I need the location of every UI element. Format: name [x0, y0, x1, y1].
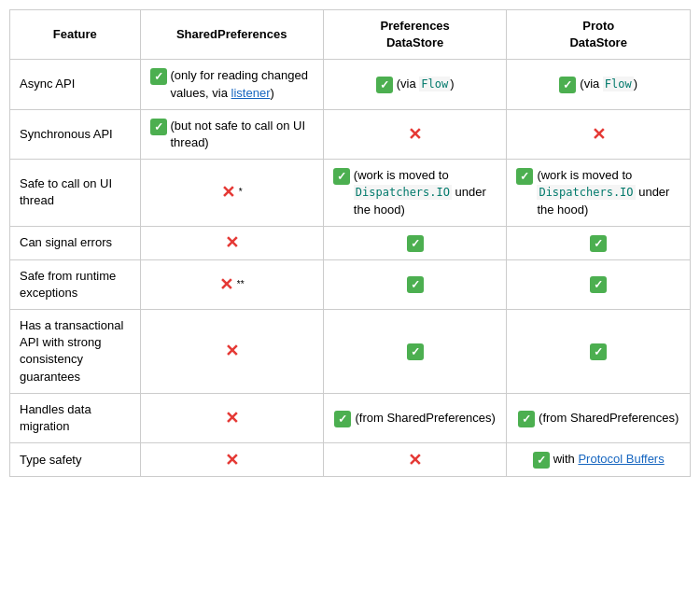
cross-cell: ✕ [516, 126, 680, 143]
table-cell [507, 226, 691, 259]
cell-text: (via Flow) [397, 76, 455, 92]
cell-text: with Protocol Buffers [553, 451, 665, 468]
check-icon [407, 276, 424, 293]
header-shared-preferences: SharedPreferences [140, 10, 323, 60]
table-row: Async API(only for reading changed value… [10, 60, 691, 109]
check-icon [518, 411, 535, 427]
inline-code: Flow [419, 77, 450, 91]
check-icon [590, 235, 607, 252]
table-cell: (only for reading changed values, via li… [140, 60, 323, 109]
feature-cell: Synchronous API [10, 109, 141, 159]
table-cell: (via Flow) [323, 60, 507, 109]
check-icon [150, 119, 167, 135]
table-cell [323, 226, 507, 259]
cross-cell: ✕ [333, 452, 497, 469]
cell-text: (via Flow) [580, 76, 637, 92]
cross-icon: ✕ [225, 452, 239, 469]
comparison-table: Feature SharedPreferences PreferencesDat… [9, 9, 691, 477]
table-cell [323, 310, 507, 394]
header-proto-datastore: ProtoDataStore [507, 10, 691, 60]
cross-icon: ✕ [225, 410, 239, 427]
table-cell [507, 310, 691, 394]
check-icon [334, 411, 351, 427]
check-text-cell: (via Flow) [333, 76, 497, 93]
header-feature: Feature [10, 10, 141, 60]
check-icon [150, 68, 167, 85]
table-cell: ✕ [140, 226, 323, 259]
check-cell [333, 234, 497, 252]
table-cell [323, 259, 507, 309]
feature-cell: Async API [10, 60, 141, 109]
cross-cell: ✕ [150, 410, 314, 427]
table-row: Handles data migration✕(from SharedPrefe… [10, 393, 691, 442]
check-cell [516, 234, 680, 252]
check-icon [333, 168, 350, 185]
check-text-cell: (from SharedPreferences) [516, 410, 680, 427]
cross-icon: ✕ [408, 452, 422, 469]
cell-text: (work is moved to Dispatchers.IO under t… [537, 167, 680, 218]
cell-text: (only for reading changed values, via li… [171, 67, 314, 101]
table-cell: (work is moved to Dispatchers.IO under t… [323, 160, 507, 227]
cross-icon: ✕ [221, 184, 235, 201]
cross-sup-cell: ✕* [150, 184, 314, 201]
table-row: Can signal errors✕ [10, 226, 691, 259]
feature-cell: Can signal errors [10, 226, 141, 259]
feature-cell: Safe to call on UI thread [10, 160, 141, 227]
check-cell [516, 343, 680, 360]
cell-text: (from SharedPreferences) [355, 410, 495, 427]
cross-icon: ✕ [225, 234, 239, 251]
inline-code: Dispatchers.IO [354, 185, 452, 200]
table-row: Has a transactional API with strong cons… [10, 310, 691, 394]
table-cell: (from SharedPreferences) [323, 393, 507, 442]
header-preferences-datastore: PreferencesDataStore [323, 10, 507, 60]
footnote-marker: ** [237, 278, 245, 291]
table-cell [507, 259, 691, 309]
cross-cell: ✕ [150, 343, 314, 359]
cross-cell: ✕ [150, 452, 314, 469]
table-cell: with Protocol Buffers [507, 443, 691, 477]
check-cell [333, 343, 497, 360]
table-cell: ✕ [140, 310, 323, 394]
inline-code: Flow [603, 77, 634, 91]
table-cell: ✕ [323, 109, 507, 159]
check-text-cell: (only for reading changed values, via li… [150, 67, 314, 101]
table-cell: (from SharedPreferences) [507, 393, 691, 442]
check-icon [590, 343, 607, 360]
table-cell: ✕ [140, 443, 323, 477]
table-row: Safe to call on UI thread✕*(work is move… [10, 160, 691, 227]
check-text-cell: (via Flow) [516, 76, 680, 93]
feature-cell: Has a transactional API with strong cons… [10, 310, 141, 394]
cell-link[interactable]: listener [231, 86, 271, 100]
check-icon [590, 276, 607, 293]
inline-code: Dispatchers.IO [537, 185, 635, 200]
cross-icon: ✕ [225, 343, 239, 359]
table-cell: (but not safe to call on UI thread) [140, 109, 323, 159]
feature-cell: Handles data migration [10, 393, 141, 442]
cell-text: (from SharedPreferences) [539, 410, 679, 427]
table-cell: ✕ [323, 443, 507, 477]
check-icon [516, 168, 533, 185]
check-text-cell: (but not safe to call on UI thread) [150, 118, 314, 151]
check-icon [559, 77, 576, 93]
check-cell [333, 275, 497, 293]
table-cell: ✕** [140, 259, 323, 309]
check-icon [376, 77, 393, 93]
cross-icon: ✕ [592, 126, 606, 143]
table-cell: ✕ [140, 393, 323, 442]
table-row: Safe from runtime exceptions✕** [10, 259, 691, 309]
check-text-cell: (work is moved to Dispatchers.IO under t… [516, 167, 680, 218]
table-cell: (via Flow) [507, 60, 691, 109]
check-text-cell: (from SharedPreferences) [333, 410, 497, 427]
footnote-marker: * [239, 186, 243, 199]
cross-icon: ✕ [408, 126, 422, 143]
check-text-cell: with Protocol Buffers [516, 451, 680, 469]
check-text-cell: (work is moved to Dispatchers.IO under t… [333, 167, 497, 218]
table-row: Type safety✕✕with Protocol Buffers [10, 443, 691, 477]
table-cell: ✕ [507, 109, 691, 159]
feature-cell: Type safety [10, 443, 141, 477]
cell-text: (work is moved to Dispatchers.IO under t… [354, 167, 497, 218]
cell-text: (but not safe to call on UI thread) [171, 118, 314, 151]
cell-link[interactable]: Protocol Buffers [578, 452, 664, 466]
cross-cell: ✕ [150, 234, 314, 251]
table-row: Synchronous API(but not safe to call on … [10, 109, 691, 159]
